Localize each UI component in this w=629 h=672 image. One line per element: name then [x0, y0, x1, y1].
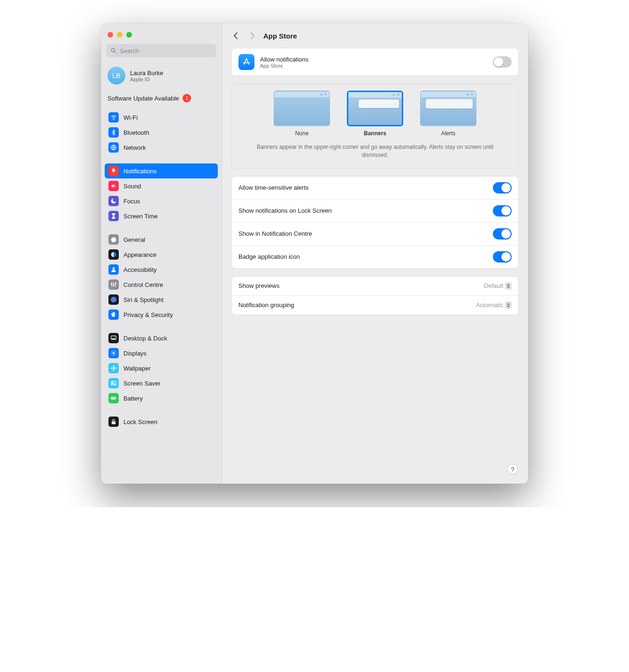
style-alerts[interactable]: ⌕ ⌗ Alerts — [420, 91, 476, 137]
style-none[interactable]: ⌕ ⌗ None — [274, 91, 330, 137]
svg-point-28 — [111, 368, 113, 369]
svg-point-11 — [113, 285, 114, 286]
main-content: App Store Allow notifications App Store — [222, 23, 528, 484]
battery-icon — [108, 393, 119, 403]
page-title: App Store — [263, 32, 297, 40]
sidebar-item-control-centre[interactable]: Control Centre — [105, 277, 218, 292]
switch-label: Allow time-sensitive alerts — [238, 184, 487, 191]
moon-icon — [108, 196, 119, 206]
search-input[interactable] — [107, 44, 216, 57]
allow-toggle[interactable] — [493, 56, 512, 68]
select-label: Notification grouping — [238, 301, 470, 309]
svg-point-13 — [111, 297, 116, 302]
help-button[interactable]: ? — [507, 464, 518, 474]
sidebar-item-label: Screen Time — [123, 213, 158, 220]
close-button[interactable] — [107, 32, 113, 38]
sidebar-item-desktop-dock[interactable]: Desktop & Dock — [105, 331, 218, 346]
sidebar-item-privacy-security[interactable]: Privacy & Security — [105, 307, 218, 322]
style-banners[interactable]: ⌕ ⌗ → Banners — [347, 91, 403, 137]
search-icon — [110, 47, 117, 54]
sidebar-item-screen-time[interactable]: Screen Time — [105, 209, 218, 224]
sidebar-item-lock-screen[interactable]: Lock Screen — [105, 414, 218, 429]
window-controls — [101, 28, 222, 44]
sidebar-item-wallpaper[interactable]: Wallpaper — [105, 361, 218, 376]
select-value[interactable]: Default — [484, 282, 512, 290]
svg-rect-15 — [112, 339, 115, 340]
sidebar-item-displays[interactable]: Displays — [105, 346, 218, 361]
sidebar-item-battery[interactable]: Battery — [105, 391, 218, 406]
svg-line-22 — [115, 355, 115, 355]
chevron-up-down-icon — [505, 301, 512, 309]
forward-button[interactable] — [247, 31, 257, 40]
sun-icon — [108, 348, 119, 358]
switch-row: Allow time-sensitive alerts — [232, 177, 518, 199]
sidebar-item-label: Bluetooth — [123, 129, 149, 136]
switch-row: Show notifications on Lock Screen — [232, 199, 518, 222]
select-row: Show previewsDefault — [232, 277, 518, 295]
sidebar-item-label: General — [123, 236, 145, 243]
allow-panel: Allow notifications App Store — [231, 48, 519, 76]
sidebar-item-label: Accessibility — [123, 266, 157, 273]
svg-point-16 — [113, 352, 115, 355]
svg-line-1 — [115, 52, 116, 53]
sidebar-item-label: Network — [123, 144, 146, 151]
switch-toggle[interactable] — [493, 205, 512, 216]
app-store-icon — [238, 54, 254, 70]
back-button[interactable] — [231, 31, 241, 40]
sidebar-item-label: Wallpaper — [123, 365, 151, 372]
svg-point-29 — [115, 368, 116, 369]
sidebar-item-wi-fi[interactable]: Wi-Fi — [105, 110, 218, 125]
switch-toggle[interactable] — [493, 228, 512, 239]
svg-line-36 — [244, 59, 246, 65]
svg-point-2 — [113, 119, 114, 120]
sidebar-item-notifications[interactable]: Notifications — [105, 163, 218, 178]
sidebar-item-sound[interactable]: Sound — [105, 178, 218, 193]
allow-sub: App Store — [260, 63, 487, 69]
sidebar-item-network[interactable]: Network — [105, 140, 218, 155]
svg-point-25 — [113, 367, 115, 369]
siri-icon — [108, 294, 119, 305]
avatar: LB — [107, 67, 125, 85]
sidebar-item-label: Wi-Fi — [123, 114, 138, 121]
switch-toggle[interactable] — [493, 251, 512, 263]
hand-icon — [108, 309, 119, 320]
sidebar-item-label: Privacy & Security — [123, 311, 173, 318]
sidebar-item-label: Notifications — [123, 168, 157, 175]
chevron-up-down-icon — [505, 282, 512, 290]
sidebar-item-label: Displays — [123, 350, 146, 357]
gear-icon — [108, 234, 119, 245]
hourglass-icon — [108, 211, 119, 221]
sidebar-item-focus[interactable]: Focus — [105, 193, 218, 209]
svg-rect-35 — [112, 421, 115, 424]
select-label: Show previews — [238, 282, 478, 289]
toolbar: App Store — [222, 23, 528, 44]
sidebar-item-general[interactable]: General — [105, 232, 218, 247]
select-row: Notification groupingAutomatic — [232, 295, 518, 315]
sidebar-item-label: Appearance — [123, 251, 156, 258]
sidebar-item-appearance[interactable]: Appearance — [105, 247, 218, 262]
minimize-button[interactable] — [117, 32, 123, 38]
style-description: Banners appear in the upper-right corner… — [238, 143, 513, 160]
sidebar-item-bluetooth[interactable]: Bluetooth — [105, 125, 218, 140]
svg-line-21 — [112, 351, 112, 352]
sidebar-item-label: Battery — [123, 395, 143, 402]
allow-title: Allow notifications — [260, 56, 487, 63]
switch-toggle[interactable] — [493, 182, 512, 193]
sidebar-item-label: Focus — [123, 198, 140, 205]
style-banners-label: Banners — [347, 130, 403, 137]
update-badge: 1 — [183, 94, 191, 102]
allow-row: Allow notifications App Store — [232, 48, 518, 76]
sidebar-item-accessibility[interactable]: Accessibility — [105, 262, 218, 277]
appearance-icon — [108, 249, 119, 260]
switches-panel: Allow time-sensitive alertsShow notifica… — [231, 176, 519, 269]
account-row[interactable]: LB Laura Burke Apple ID — [101, 63, 222, 91]
select-value[interactable]: Automatic — [476, 301, 512, 309]
zoom-button[interactable] — [126, 32, 132, 38]
software-update-row[interactable]: Software Update Available 1 — [101, 91, 222, 108]
sidebar-item-siri-spotlight[interactable]: Siri & Spotlight — [105, 292, 218, 307]
search-wrap — [107, 44, 216, 57]
bluetooth-icon — [108, 127, 119, 138]
svg-point-0 — [111, 48, 115, 52]
globe-icon — [108, 142, 119, 153]
sidebar-item-screen-saver[interactable]: Screen Saver — [105, 376, 218, 391]
